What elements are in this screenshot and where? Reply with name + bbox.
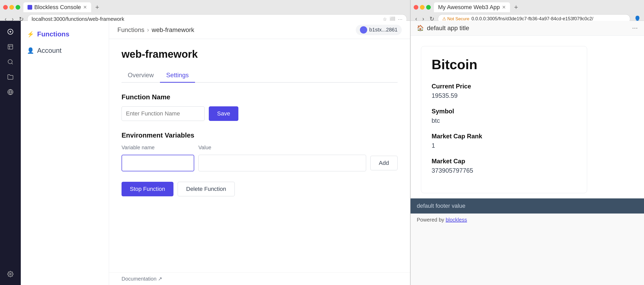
market-cap-field: Market Cap 373905797765	[432, 158, 576, 174]
svg-point-2	[8, 60, 12, 64]
new-tab-button[interactable]: +	[93, 2, 101, 12]
main-content: Functions › web-framework b1stx...2861 w…	[109, 21, 410, 285]
add-button[interactable]: Add	[370, 156, 398, 170]
right-browser-chrome: My Awesome Web3 App ✕ + ‹ › ↻ ⚠ Not Secu…	[411, 0, 644, 21]
market-cap-rank-value: 1	[432, 142, 576, 149]
minimize-traffic-light[interactable]	[9, 5, 14, 10]
right-footer-main: default footer value	[411, 198, 644, 213]
right-content: 🏠 default app title ⋯ Bitcoin Current Pr…	[411, 21, 644, 285]
sidebar-functions-label: Functions	[37, 30, 69, 38]
left-browser-window: Blockless Console ✕ + ‹ › ↻ localhost:30…	[0, 0, 410, 285]
icon-sidebar	[0, 21, 21, 285]
maximize-traffic-light[interactable]	[16, 5, 20, 10]
avatar	[360, 26, 367, 34]
browser-tab[interactable]: Blockless Console ✕	[23, 2, 91, 12]
market-cap-label: Market Cap	[432, 158, 576, 165]
svg-point-4	[10, 273, 11, 275]
right-nav-title: default app title	[427, 24, 469, 32]
tab-close-button[interactable]: ✕	[83, 4, 87, 10]
account-icon: 👤	[27, 47, 34, 54]
footer-main-text: default footer value	[417, 203, 638, 209]
right-main: Bitcoin Current Price 19535.59 Symbol bt…	[411, 36, 644, 198]
powered-text: Powered by blockless	[417, 217, 467, 223]
breadcrumb-parent[interactable]: Functions	[117, 26, 144, 34]
function-name-input[interactable]	[122, 106, 205, 121]
sidebar-icon-files[interactable]	[4, 70, 17, 84]
action-buttons: Stop Function Delete Function	[122, 182, 398, 196]
var-name-label: Variable name	[122, 145, 194, 151]
documentation-link[interactable]: Documentation ↗	[122, 276, 162, 282]
stop-function-button[interactable]: Stop Function	[122, 182, 173, 196]
user-name: b1stx...2861	[369, 27, 398, 33]
right-footer-powered: Powered by blockless	[411, 213, 644, 226]
svg-rect-1	[8, 44, 13, 49]
symbol-label: Symbol	[432, 108, 576, 115]
sidebar-account-label: Account	[37, 47, 62, 55]
sidebar-item-functions[interactable]: ⚡ Functions	[21, 26, 109, 42]
right-traffic-lights	[414, 5, 431, 10]
sidebar-icon-settings[interactable]	[4, 267, 17, 281]
save-button[interactable]: Save	[209, 106, 238, 121]
symbol-field: Symbol btc	[432, 108, 576, 124]
env-vars-title: Environment Variables	[122, 131, 398, 139]
tabs: Overview Settings	[122, 68, 398, 83]
current-price-field: Current Price 19535.59	[432, 83, 576, 99]
market-cap-value: 373905797765	[432, 167, 576, 174]
page-content: web-framework Overview Settings Function…	[109, 39, 410, 272]
function-name-section: Function Name Save	[122, 93, 398, 121]
market-cap-rank-label: Market Cap Rank	[432, 133, 576, 140]
tab-favicon	[28, 5, 32, 10]
crypto-card: Bitcoin Current Price 19535.59 Symbol bt…	[421, 46, 587, 193]
right-tab-close-button[interactable]: ✕	[502, 4, 506, 10]
user-badge[interactable]: b1stx...2861	[356, 25, 402, 35]
traffic-lights	[3, 5, 20, 10]
current-price-label: Current Price	[432, 83, 576, 90]
close-traffic-light[interactable]	[3, 5, 8, 10]
variable-value-input[interactable]	[198, 155, 366, 171]
right-close-light[interactable]	[414, 5, 418, 10]
sidebar-icon-home[interactable]	[4, 25, 17, 38]
delete-function-button[interactable]: Delete Function	[178, 182, 235, 196]
home-icon[interactable]: 🏠	[417, 25, 424, 31]
right-new-tab-button[interactable]: +	[512, 2, 520, 12]
functions-icon: ⚡	[27, 31, 34, 38]
nav-sidebar: ⚡ Functions 👤 Account	[21, 21, 109, 285]
breadcrumb-separator: ›	[147, 26, 149, 34]
env-vars-section: Environment Variables Variable name Valu…	[122, 131, 398, 171]
value-label: Value	[198, 145, 398, 151]
right-footer-bottom	[411, 226, 644, 285]
symbol-value: btc	[432, 117, 576, 124]
variable-name-input[interactable]	[122, 155, 194, 171]
crypto-title: Bitcoin	[432, 57, 576, 72]
right-navbar: 🏠 default app title ⋯	[411, 21, 644, 36]
tab-settings[interactable]: Settings	[160, 68, 195, 83]
browser-chrome: Blockless Console ✕ + ‹ › ↻ localhost:30…	[0, 0, 410, 21]
breadcrumb: Functions › web-framework	[117, 26, 194, 34]
sidebar-icon-analytics[interactable]	[4, 40, 17, 54]
right-maximize-light[interactable]	[426, 5, 431, 10]
tab-title: Blockless Console	[34, 4, 81, 11]
right-browser-window: My Awesome Web3 App ✕ + ‹ › ↻ ⚠ Not Secu…	[410, 0, 644, 285]
sidebar-icon-globe[interactable]	[4, 85, 17, 99]
page-title: web-framework	[122, 48, 398, 60]
current-price-value: 19535.59	[432, 92, 576, 99]
right-settings-icon[interactable]: ⋯	[632, 25, 638, 31]
top-bar: Functions › web-framework b1stx...2861	[109, 21, 410, 39]
blockless-link[interactable]: blockless	[446, 217, 467, 223]
function-name-title: Function Name	[122, 93, 398, 101]
app-layout: ⚡ Functions 👤 Account Functions › web-fr…	[0, 21, 410, 285]
sidebar-item-account[interactable]: 👤 Account	[21, 42, 109, 59]
breadcrumb-current: web-framework	[152, 26, 194, 34]
market-cap-rank-field: Market Cap Rank 1	[432, 133, 576, 149]
sidebar-icon-search[interactable]	[4, 55, 17, 69]
right-tab-title: My Awesome Web3 App	[438, 4, 500, 11]
right-minimize-light[interactable]	[420, 5, 425, 10]
right-browser-tab[interactable]: My Awesome Web3 App ✕	[434, 2, 510, 12]
tab-overview[interactable]: Overview	[122, 68, 160, 83]
